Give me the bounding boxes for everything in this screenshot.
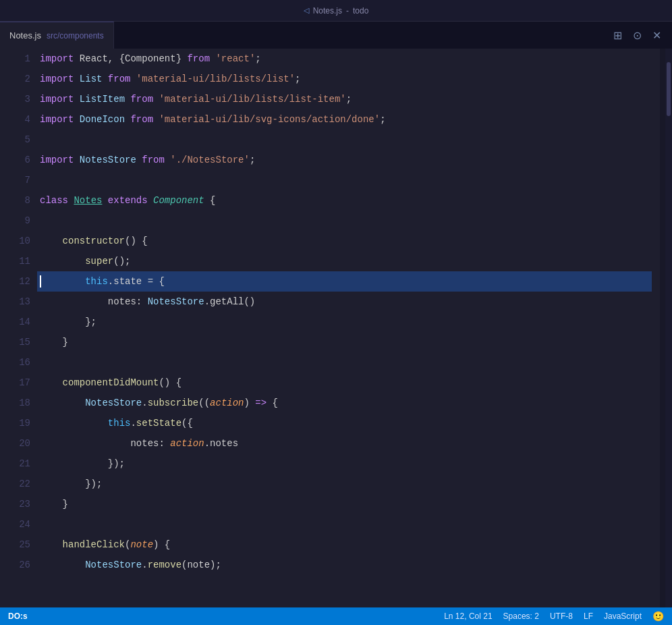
editor-tab[interactable]: Notes.js src/components	[0, 22, 114, 49]
line-number: 19	[9, 413, 30, 433]
token-plain	[40, 555, 85, 575]
token-plain: ;	[380, 109, 385, 130]
search-button[interactable]: ⊙	[630, 26, 644, 45]
token-plain: .getAll()	[204, 292, 256, 312]
token-identifier: ListItem	[80, 89, 125, 109]
token-kw-from: from	[130, 109, 153, 130]
token-plain: }	[40, 332, 68, 352]
token-identifier: DoneIcon	[80, 109, 125, 130]
token-plain	[165, 150, 170, 170]
token-param: action	[210, 393, 244, 413]
close-button[interactable]: ✕	[650, 26, 664, 45]
token-identifier: List	[80, 69, 103, 89]
token-plain	[125, 109, 130, 130]
line-number: 18	[9, 393, 30, 413]
code-line: import React, {Component} from 'react';	[37, 49, 652, 69]
token-plain: () {	[125, 231, 148, 251]
status-right: Ln 12, Col 21 Spaces: 2 UTF-8 LF JavaScr…	[444, 611, 664, 622]
scrollbar-thumb[interactable]	[667, 62, 671, 116]
token-plain: {	[267, 393, 278, 413]
token-plain: () {	[159, 373, 181, 393]
editor-area: 1234567891011121314151617181920212223242…	[0, 49, 672, 607]
title-app: todo	[353, 6, 368, 16]
token-identifier: NotesStore	[85, 555, 142, 575]
line-numbers: 1234567891011121314151617181920212223242…	[0, 49, 37, 607]
token-plain: .	[142, 555, 147, 575]
token-plain	[40, 251, 85, 271]
status-bar: DO:s Ln 12, Col 21 Spaces: 2 UTF-8 LF Ja…	[0, 607, 672, 625]
token-plain: notes:	[40, 292, 148, 312]
token-plain	[250, 393, 255, 413]
token-kw-import: import	[40, 150, 74, 170]
code-line: componentDidMount() {	[37, 373, 652, 393]
line-number: 15	[9, 332, 30, 352]
token-kw-extends: extends	[108, 190, 148, 211]
line-number: 17	[9, 373, 30, 393]
line-number: 8	[9, 190, 30, 211]
token-class-name-notes: Notes	[74, 190, 102, 211]
status-spaces[interactable]: Spaces: 2	[503, 612, 539, 621]
line-number: 3	[9, 89, 30, 109]
scrollbar[interactable]	[665, 49, 672, 607]
token-plain	[153, 109, 159, 130]
title-separator: -	[346, 6, 349, 16]
token-plain: ({	[181, 413, 193, 433]
token-plain	[148, 190, 153, 211]
code-line: NotesStore.subscribe((action) => {	[37, 393, 652, 413]
token-kw-this: this	[85, 271, 108, 292]
code-line: import ListItem from 'material-ui/lib/li…	[37, 89, 652, 109]
token-str-orange: './NotesStore'	[170, 150, 250, 170]
title-bar-text: ◁ Notes.js - todo	[304, 6, 369, 16]
token-plain: });	[40, 474, 102, 494]
file-icon: ◁	[304, 6, 309, 15]
token-plain	[40, 535, 63, 555]
token-plain	[74, 109, 79, 130]
token-plain: .	[130, 413, 136, 433]
status-language[interactable]: JavaScript	[604, 612, 642, 621]
token-plain: ;	[255, 49, 260, 69]
status-position[interactable]: Ln 12, Col 21	[444, 612, 492, 621]
token-plain	[40, 373, 63, 393]
token-kw-import: import	[40, 49, 74, 69]
code-line: }	[37, 494, 652, 514]
split-editor-button[interactable]: ⊞	[611, 26, 625, 45]
code-line	[37, 514, 652, 535]
token-kw-from: from	[142, 150, 165, 170]
line-number: 12	[9, 271, 30, 292]
token-plain	[136, 150, 142, 170]
token-plain	[153, 89, 159, 109]
code-line: this.setState({	[37, 413, 652, 433]
token-plain: ();	[113, 251, 130, 271]
token-kw-class: class	[40, 190, 68, 211]
status-line-ending[interactable]: LF	[584, 612, 593, 621]
line-number: 22	[9, 474, 30, 494]
status-emoji[interactable]: 🙂	[652, 611, 664, 622]
token-kw-from: from	[187, 49, 210, 69]
token-plain	[40, 413, 108, 433]
code-line	[37, 211, 652, 231]
code-line	[37, 170, 652, 190]
token-kw-from: from	[130, 89, 153, 109]
token-plain	[125, 89, 130, 109]
token-plain: ;	[346, 89, 352, 109]
status-encoding[interactable]: UTF-8	[550, 612, 573, 621]
token-plain	[40, 393, 85, 413]
code-line: import DoneIcon from 'material-ui/lib/sv…	[37, 109, 652, 130]
line-number: 4	[9, 109, 30, 130]
token-plain: ;	[295, 69, 300, 89]
code-line: import NotesStore from './NotesStore';	[37, 150, 652, 170]
token-str-orange: 'react'	[215, 49, 255, 69]
status-left: DO:s	[8, 612, 28, 621]
token-plain: {	[204, 190, 216, 211]
token-plain: .	[142, 393, 147, 413]
token-plain	[40, 312, 85, 332]
line-number: 7	[9, 170, 30, 190]
token-kw-component-did-mount: componentDidMount	[63, 373, 159, 393]
status-todo[interactable]: DO:s	[8, 612, 28, 621]
code-line: NotesStore.remove(note);	[37, 555, 652, 575]
token-kw-import: import	[40, 69, 74, 89]
code-line: handleClick(note) {	[37, 535, 652, 555]
code-area[interactable]: import React, {Component} from 'react';i…	[37, 49, 660, 607]
line-number: 14	[9, 312, 30, 332]
text-cursor	[40, 275, 41, 288]
